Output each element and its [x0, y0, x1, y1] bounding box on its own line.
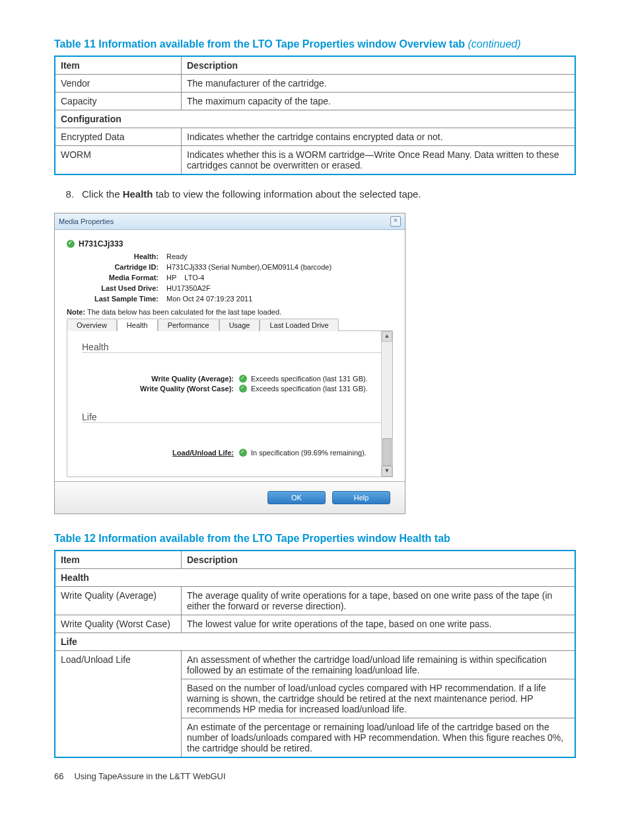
page-footer-title: Using TapeAssure in the L&TT WebGUI [74, 771, 225, 781]
status-ok-icon [67, 240, 75, 248]
scroll-thumb[interactable] [382, 438, 392, 466]
t11-r0-desc: The manufacturer of the cartridge. [182, 75, 576, 93]
table-row: Capacity The maximum capacity of the tap… [55, 93, 575, 110]
table-row: Vendor The manufacturer of the cartridge… [55, 75, 575, 93]
media-window-title: Media Properties [59, 217, 114, 225]
tab-last-loaded-drive[interactable]: Last Loaded Drive [260, 319, 338, 331]
t11-r3-item: WORM [55, 146, 182, 175]
t12-rh0-item: Write Quality (Average) [55, 587, 182, 615]
table11: Item Description Vendor The manufacturer… [54, 56, 576, 175]
t11-r0-item: Vendor [55, 75, 182, 93]
media-heading: H731CJj333 [67, 239, 393, 248]
section-health-label: Health [82, 342, 386, 353]
tab-performance[interactable]: Performance [158, 319, 219, 331]
media-button-row: OK Help [55, 481, 405, 514]
media-properties-window: Media Properties × H731CJj333 Health:Rea… [54, 213, 405, 514]
scrollbar[interactable]: ▲ ▼ [381, 331, 392, 477]
tab-overview[interactable]: Overview [67, 319, 117, 331]
media-tab-pane: ▲ ▼ Health Write Quality (Average): Exce… [67, 331, 393, 477]
section-life-label: Life [82, 412, 386, 423]
metric-row: Write Quality (Worst Case): Exceeds spec… [82, 385, 378, 393]
table-row: Write Quality (Worst Case) The lowest va… [55, 615, 575, 633]
status-ok-icon [239, 385, 247, 393]
table12: Item Description Health Write Quality (A… [54, 550, 576, 758]
close-icon[interactable]: × [390, 216, 401, 227]
t12-life-desc3: An estimate of the percentage or remaini… [182, 718, 576, 758]
media-note: Note: The data below has been calculated… [67, 308, 393, 316]
t11-r1-item: Capacity [55, 93, 182, 110]
scroll-down-icon[interactable]: ▼ [382, 466, 392, 477]
t11-r2-item: Encrypted Data [55, 128, 182, 146]
table-row: Write Quality (Average) The average qual… [55, 587, 575, 615]
table-row: Encrypted Data Indicates whether the car… [55, 128, 575, 146]
t11-r1-desc: The maximum capacity of the tape. [182, 93, 576, 110]
status-ok-icon [239, 449, 247, 457]
t11-hdr-desc: Description [182, 56, 576, 75]
step-8: 8. Click the Health tab to view the foll… [54, 188, 576, 200]
metric-row: Write Quality (Average): Exceeds specifi… [82, 375, 378, 383]
scroll-up-icon[interactable]: ▲ [382, 331, 392, 342]
status-ok-icon [239, 375, 247, 383]
table-row: Load/Unload Life An assessment of whethe… [55, 651, 575, 679]
media-tabs: Overview Health Performance Usage Last L… [67, 319, 393, 331]
table-section-row: Life [55, 633, 575, 651]
t11-hdr-item: Item [55, 56, 182, 75]
t12-section-health: Health [55, 569, 575, 587]
t11-r3-desc: Indicates whether this is a WORM cartrid… [182, 146, 576, 175]
t12-hdr-desc: Description [182, 551, 576, 569]
t11-section-config: Configuration [55, 110, 575, 128]
table-row: WORM Indicates whether this is a WORM ca… [55, 146, 575, 175]
table11-title: Table 11 Information available from the … [54, 38, 576, 50]
step-text: Click the Health tab to view the followi… [82, 188, 421, 200]
page-footer: 66 Using TapeAssure in the L&TT WebGUI [54, 771, 576, 781]
page-number: 66 [54, 771, 63, 781]
t12-rh1-item: Write Quality (Worst Case) [55, 615, 182, 633]
t12-life-desc1: An assessment of whether the cartridge l… [182, 651, 576, 679]
tab-health[interactable]: Health [117, 319, 158, 331]
t12-rh0-desc: The average quality of write operations … [182, 587, 576, 615]
t12-rh1-desc: The lowest value for write operations of… [182, 615, 576, 633]
t12-section-life: Life [55, 633, 575, 651]
t12-life-desc2: Based on the number of load/unload cycle… [182, 679, 576, 718]
ok-button[interactable]: OK [267, 491, 326, 504]
media-kv-table: Health:Ready Cartridge ID:H731CJj333 (Se… [90, 251, 335, 304]
table12-title: Table 12 Information available from the … [54, 533, 576, 545]
tab-usage[interactable]: Usage [219, 319, 260, 331]
metric-row: Load/Unload Life: In specification (99.6… [82, 449, 378, 457]
table-section-row: Configuration [55, 110, 575, 128]
help-button[interactable]: Help [332, 491, 390, 504]
media-heading-text: H731CJj333 [79, 239, 123, 248]
table11-title-text: Table 11 Information available from the … [54, 38, 468, 50]
media-titlebar: Media Properties × [55, 213, 405, 230]
table-section-row: Health [55, 569, 575, 587]
table11-continued: (continued) [468, 38, 521, 50]
t11-r2-desc: Indicates whether the cartridge contains… [182, 128, 576, 146]
step-number: 8. [54, 188, 82, 200]
t12-life-item: Load/Unload Life [55, 651, 182, 758]
t12-hdr-item: Item [55, 551, 182, 569]
